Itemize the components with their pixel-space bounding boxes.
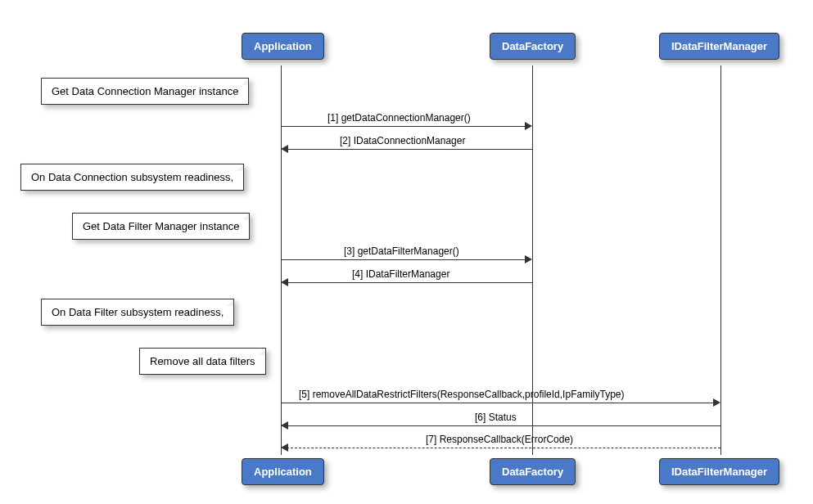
- arrow-head-4: [281, 278, 288, 286]
- arrow-5: [281, 403, 715, 403]
- message-label-6: [6] Status: [475, 412, 517, 423]
- note-remove-all-data-filters: Remove all data filters: [139, 348, 266, 375]
- arrow-head-3: [525, 255, 532, 263]
- note-get-data-connection-manager: Get Data Connection Manager instance: [41, 78, 249, 105]
- message-label-2: [2] IDataConnectionManager: [340, 135, 465, 146]
- arrow-2: [287, 149, 532, 150]
- arrow-3: [281, 259, 526, 260]
- lifeline-application: [281, 65, 282, 455]
- message-label-4: [4] IDataFilterManager: [352, 268, 449, 280]
- note-data-connection-readiness: On Data Connection subsystem readiness,: [20, 164, 244, 191]
- participant-idatafiltermanager-bottom: IDataFilterManager: [659, 458, 779, 485]
- participant-application-top: Application: [242, 33, 324, 60]
- note-data-filter-readiness: On Data Filter subsystem readiness,: [41, 299, 234, 326]
- arrow-head-1: [525, 122, 532, 130]
- arrow-7: [287, 448, 720, 448]
- participant-datafactory-bottom: DataFactory: [490, 458, 576, 485]
- message-label-5: [5] removeAllDataRestrictFilters(Respons…: [299, 389, 624, 400]
- participant-idatafiltermanager-top: IDataFilterManager: [659, 33, 779, 60]
- arrow-head-6: [281, 421, 288, 430]
- message-label-1: [1] getDataConnectionManager(): [327, 112, 471, 124]
- lifeline-idatafiltermanager: [720, 65, 721, 455]
- arrow-1: [281, 126, 526, 127]
- sequence-diagram: Application DataFactory IDataFilterManag…: [16, 16, 797, 488]
- note-get-data-filter-manager: Get Data Filter Manager instance: [72, 213, 250, 240]
- message-label-3: [3] getDataFilterManager(): [344, 245, 459, 257]
- participant-application-bottom: Application: [242, 458, 324, 485]
- arrow-head-7: [281, 443, 288, 452]
- arrow-head-5: [713, 398, 720, 407]
- arrow-6: [287, 425, 720, 426]
- message-label-7: [7] ResponseCallback(ErrorCode): [426, 434, 573, 445]
- arrow-head-2: [281, 145, 288, 153]
- arrow-4: [287, 282, 532, 283]
- participant-datafactory-top: DataFactory: [490, 33, 576, 60]
